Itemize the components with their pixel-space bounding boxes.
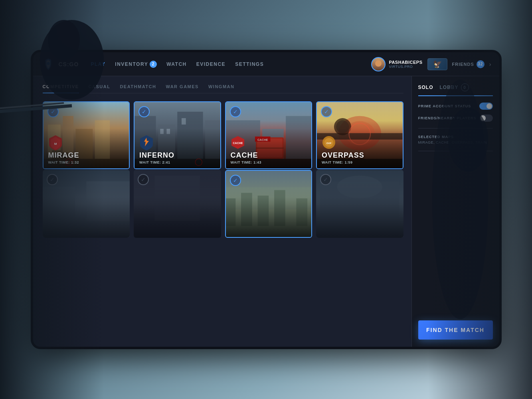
- map-emblem-mirage: M: [48, 135, 63, 150]
- checkmark-icon: ✓: [51, 109, 55, 115]
- nav-settings[interactable]: SETTINGS: [235, 61, 264, 67]
- map-name-mirage: MIRAGE: [48, 151, 79, 160]
- friends-label: FRIENDS: [452, 62, 474, 67]
- map-card-dust2[interactable]: ✓: [43, 170, 130, 238]
- tab-wingman[interactable]: WINGMAN: [208, 84, 235, 93]
- prime-status-toggle[interactable]: [479, 103, 493, 110]
- logo-text: CS:GO: [59, 61, 79, 67]
- content-area: COMPETITIVE CASUAL DEATHMATCH WAR GAMES …: [33, 76, 499, 347]
- map-card-inferno[interactable]: ✓ INFERNO WAIT TIME: 2:41: [134, 101, 221, 169]
- map-name-cache: CACHE: [231, 151, 262, 160]
- avatar: [371, 57, 386, 71]
- username: PASHABICEPS: [389, 60, 422, 65]
- checkmark-icon: ✓: [50, 177, 55, 182]
- map-card-cobblestone[interactable]: ✓: [316, 170, 403, 238]
- tab-deathmatch[interactable]: DEATHMATCH: [120, 84, 156, 93]
- map-emblem-overpass: OVP: [322, 135, 336, 150]
- map-emblem-inferno: [139, 135, 154, 150]
- svg-text:CACHE: CACHE: [233, 142, 243, 144]
- navbar: CS:GO PLAY INVENTORY2 WATCH EVIDENCE SET…: [33, 52, 499, 76]
- map-name-overpass: OVERPASS: [322, 151, 364, 160]
- rank-badge: 🦅: [427, 58, 447, 70]
- map-check-nuke[interactable]: ✓: [138, 174, 149, 185]
- main-content: COMPETITIVE CASUAL DEATHMATCH WAR GAMES …: [33, 76, 411, 347]
- toggle-knob: [480, 115, 486, 121]
- nav-evidence[interactable]: EVIDENCE: [196, 61, 225, 67]
- sidebar: SOLO LOBBY 0 PRIME ACCOUNT STATUS FRIEND…: [411, 76, 499, 347]
- csgo-logo: CS:GO: [41, 57, 79, 71]
- checkmark-icon: ✓: [141, 177, 146, 182]
- nav-right: PASHABICEPS VIRTUS.PRO 🦅 FRIENDS 32 ›: [371, 57, 491, 71]
- map-wait-mirage: WAIT TIME: 1:32: [48, 160, 79, 164]
- map-check-cobblestone[interactable]: ✓: [320, 174, 331, 185]
- csgo-logo-icon: [41, 57, 55, 71]
- map-card-overpass[interactable]: ✓ OVP OVERPASS WAIT TIME: 1:59: [316, 101, 403, 169]
- tab-war-games[interactable]: WAR GAMES: [166, 84, 199, 93]
- logo-area: CS:GO: [41, 57, 79, 71]
- toggle-knob: [487, 103, 492, 109]
- checkmark-icon: ✓: [233, 178, 238, 183]
- selected-maps-list: MIRAGE, CACHE, OVERPASS, TRAIN: [418, 140, 493, 144]
- nav-arrow-icon[interactable]: ›: [489, 61, 491, 67]
- map-wait-cache: WAIT TIME: 1:43: [231, 160, 262, 164]
- mode-tabs: COMPETITIVE CASUAL DEATHMATCH WAR GAMES …: [43, 84, 403, 93]
- lobby-count: 0: [461, 83, 469, 91]
- svg-point-9: [47, 62, 49, 65]
- map-check-overpass[interactable]: ✓: [321, 106, 332, 117]
- tab-casual[interactable]: CASUAL: [89, 84, 111, 93]
- map-info-cache: CACHE CACHE WAIT TIME: 1:43: [231, 135, 262, 164]
- map-grid-row2: ✓: [43, 170, 403, 238]
- lobby-button[interactable]: LOBBY 0: [440, 83, 469, 91]
- map-check-dust2[interactable]: ✓: [47, 174, 58, 185]
- friends-nearby-toggle[interactable]: [479, 115, 493, 122]
- user-info: PASHABICEPS VIRTUS.PRO: [389, 60, 422, 69]
- map-card-cache[interactable]: CACHE ✓ CACHE CACHE: [225, 101, 312, 169]
- nav-inventory[interactable]: INVENTORY2: [115, 61, 157, 68]
- svg-text:M: M: [54, 142, 57, 146]
- user-profile[interactable]: PASHABICEPS VIRTUS.PRO: [371, 57, 422, 71]
- friends-count: 32: [477, 60, 485, 68]
- map-card-train[interactable]: ✓: [225, 170, 312, 238]
- checkmark-icon: ✓: [142, 109, 146, 115]
- checkmark-icon: ✓: [323, 177, 328, 182]
- map-info-mirage: M MIRAGE WAIT TIME: 1:32: [48, 135, 79, 164]
- checkmark-icon: ✓: [233, 109, 238, 115]
- nav-play[interactable]: PLAY: [91, 61, 105, 67]
- rank-eagle-icon: 🦅: [433, 60, 442, 69]
- map-check-inferno[interactable]: ✓: [138, 106, 150, 117]
- inventory-badge: 2: [150, 61, 157, 68]
- nav-watch[interactable]: WATCH: [166, 61, 187, 67]
- divider-2: [418, 151, 493, 151]
- map-check-train[interactable]: ✓: [230, 175, 241, 186]
- map-wait-inferno: WAIT TIME: 2:41: [139, 160, 174, 164]
- map-emblem-cache: CACHE: [231, 135, 245, 150]
- friends-button[interactable]: FRIENDS 32: [452, 60, 485, 68]
- map-card-mirage[interactable]: A ✓: [43, 101, 130, 169]
- map-card-nuke[interactable]: ✓: [134, 170, 221, 238]
- map-grid: A ✓: [43, 101, 403, 169]
- prime-status-label: PRIME ACCOUNT STATUS: [418, 104, 471, 108]
- tablet-frame: CS:GO PLAY INVENTORY2 WATCH EVIDENCE SET…: [31, 50, 502, 349]
- friends-nearby-row: FRIENDS/NEARBY PLAYERS: [418, 115, 493, 122]
- nav-links: PLAY INVENTORY2 WATCH EVIDENCE SETTINGS: [91, 61, 371, 68]
- find-match-button[interactable]: FIND THE MATCH: [418, 320, 493, 340]
- prime-status-row: PRIME ACCOUNT STATUS: [418, 103, 493, 110]
- selected-maps-label: SELECTED MAPS: [418, 135, 493, 139]
- map-wait-overpass: WAIT TIME: 1:59: [322, 160, 364, 164]
- friends-nearby-label: FRIENDS/NEARBY PLAYERS: [418, 116, 477, 120]
- settings-section: PRIME ACCOUNT STATUS FRIENDS/NEARBY PLAY…: [418, 103, 493, 122]
- tab-competitive[interactable]: COMPETITIVE: [43, 84, 79, 93]
- solo-lobby-selector: SOLO LOBBY 0: [418, 83, 493, 96]
- map-check-mirage[interactable]: ✓: [47, 106, 59, 117]
- map-info-overpass: OVP OVERPASS WAIT TIME: 1:59: [322, 135, 364, 164]
- checkmark-icon: ✓: [324, 109, 329, 115]
- map-name-inferno: INFERNO: [139, 151, 174, 160]
- solo-button[interactable]: SOLO: [418, 85, 433, 90]
- selected-maps-section: SELECTED MAPS MIRAGE, CACHE, OVERPASS, T…: [418, 135, 493, 144]
- map-info-inferno: INFERNO WAIT TIME: 2:41: [139, 135, 174, 164]
- map-check-cache[interactable]: ✓: [230, 106, 241, 117]
- svg-text:OVP: OVP: [326, 142, 332, 144]
- divider-1: [418, 128, 493, 128]
- team-name: VIRTUS.PRO: [389, 65, 422, 69]
